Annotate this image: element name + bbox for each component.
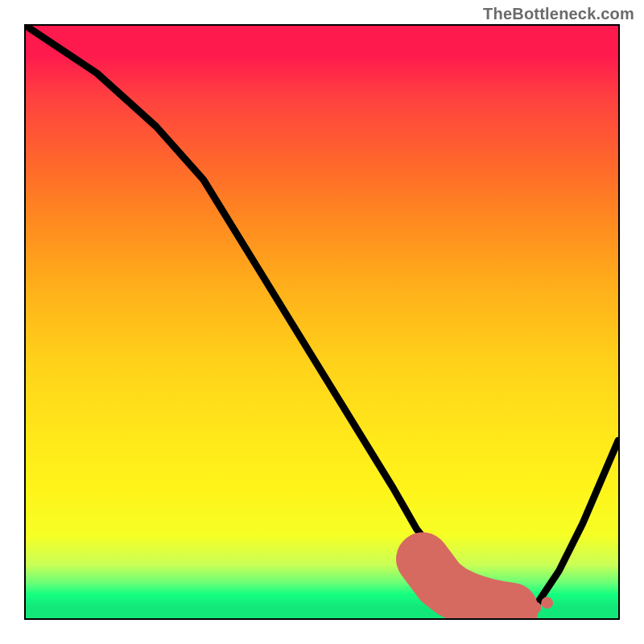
- chart-svg: [26, 26, 618, 618]
- bottleneck-curve: [26, 26, 618, 609]
- highlight-dot: [541, 597, 553, 609]
- highlight-dot: [530, 601, 542, 613]
- optimal-range-highlight: [423, 559, 511, 609]
- plot-area: [24, 24, 620, 620]
- watermark-text: TheBottleneck.com: [483, 5, 634, 23]
- highlight-dot: [518, 603, 530, 615]
- chart-wrapper: TheBottleneck.com: [0, 0, 644, 644]
